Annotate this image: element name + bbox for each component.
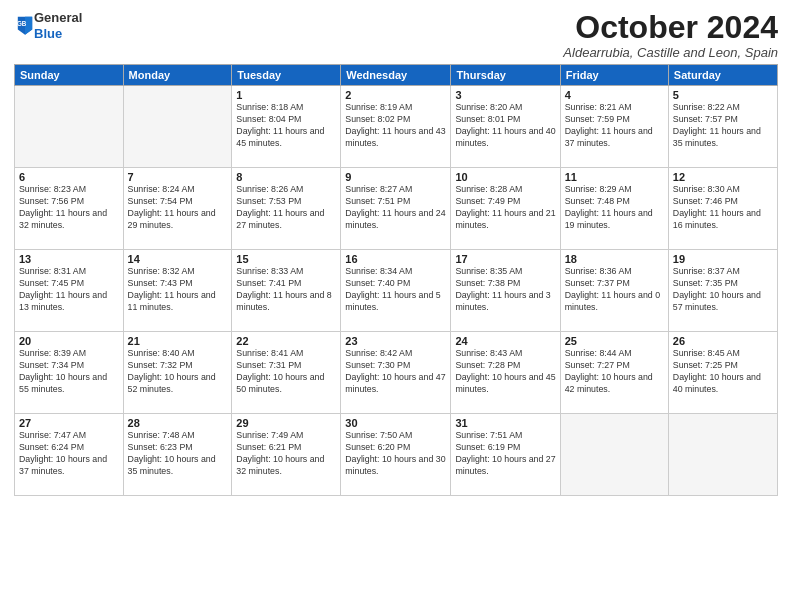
day-info: Sunrise: 8:37 AM Sunset: 7:35 PM Dayligh… — [673, 266, 773, 314]
calendar-cell: 7Sunrise: 8:24 AM Sunset: 7:54 PM Daylig… — [123, 168, 232, 250]
day-info: Sunrise: 8:28 AM Sunset: 7:49 PM Dayligh… — [455, 184, 555, 232]
calendar-cell: 3Sunrise: 8:20 AM Sunset: 8:01 PM Daylig… — [451, 86, 560, 168]
day-number: 14 — [128, 253, 228, 265]
calendar-cell: 13Sunrise: 8:31 AM Sunset: 7:45 PM Dayli… — [15, 250, 124, 332]
calendar-cell: 25Sunrise: 8:44 AM Sunset: 7:27 PM Dayli… — [560, 332, 668, 414]
calendar-cell — [668, 414, 777, 496]
calendar-cell: 11Sunrise: 8:29 AM Sunset: 7:48 PM Dayli… — [560, 168, 668, 250]
day-info: Sunrise: 7:51 AM Sunset: 6:19 PM Dayligh… — [455, 430, 555, 478]
day-info: Sunrise: 8:34 AM Sunset: 7:40 PM Dayligh… — [345, 266, 446, 314]
calendar-week-4: 20Sunrise: 8:39 AM Sunset: 7:34 PM Dayli… — [15, 332, 778, 414]
calendar-cell — [15, 86, 124, 168]
calendar-cell: 10Sunrise: 8:28 AM Sunset: 7:49 PM Dayli… — [451, 168, 560, 250]
day-info: Sunrise: 8:42 AM Sunset: 7:30 PM Dayligh… — [345, 348, 446, 396]
header-row: Sunday Monday Tuesday Wednesday Thursday… — [15, 65, 778, 86]
day-info: Sunrise: 8:29 AM Sunset: 7:48 PM Dayligh… — [565, 184, 664, 232]
day-info: Sunrise: 8:27 AM Sunset: 7:51 PM Dayligh… — [345, 184, 446, 232]
calendar-cell: 2Sunrise: 8:19 AM Sunset: 8:02 PM Daylig… — [341, 86, 451, 168]
calendar-cell: 22Sunrise: 8:41 AM Sunset: 7:31 PM Dayli… — [232, 332, 341, 414]
calendar-cell: 5Sunrise: 8:22 AM Sunset: 7:57 PM Daylig… — [668, 86, 777, 168]
day-number: 8 — [236, 171, 336, 183]
calendar-cell: 15Sunrise: 8:33 AM Sunset: 7:41 PM Dayli… — [232, 250, 341, 332]
day-number: 30 — [345, 417, 446, 429]
calendar-cell: 23Sunrise: 8:42 AM Sunset: 7:30 PM Dayli… — [341, 332, 451, 414]
day-info: Sunrise: 8:33 AM Sunset: 7:41 PM Dayligh… — [236, 266, 336, 314]
calendar-cell: 8Sunrise: 8:26 AM Sunset: 7:53 PM Daylig… — [232, 168, 341, 250]
page: GB General Blue October 2024 Aldearrubia… — [0, 0, 792, 612]
day-number: 28 — [128, 417, 228, 429]
day-number: 16 — [345, 253, 446, 265]
day-number: 25 — [565, 335, 664, 347]
day-info: Sunrise: 8:43 AM Sunset: 7:28 PM Dayligh… — [455, 348, 555, 396]
day-info: Sunrise: 8:40 AM Sunset: 7:32 PM Dayligh… — [128, 348, 228, 396]
day-number: 31 — [455, 417, 555, 429]
calendar-cell: 4Sunrise: 8:21 AM Sunset: 7:59 PM Daylig… — [560, 86, 668, 168]
calendar-cell: 29Sunrise: 7:49 AM Sunset: 6:21 PM Dayli… — [232, 414, 341, 496]
title-area: October 2024 Aldearrubia, Castille and L… — [563, 10, 778, 60]
day-info: Sunrise: 7:50 AM Sunset: 6:20 PM Dayligh… — [345, 430, 446, 478]
day-number: 27 — [19, 417, 119, 429]
calendar-cell — [123, 86, 232, 168]
logo: GB General Blue — [14, 10, 82, 41]
day-number: 18 — [565, 253, 664, 265]
day-number: 3 — [455, 89, 555, 101]
day-number: 23 — [345, 335, 446, 347]
logo-blue: Blue — [34, 26, 62, 41]
day-number: 20 — [19, 335, 119, 347]
day-info: Sunrise: 8:44 AM Sunset: 7:27 PM Dayligh… — [565, 348, 664, 396]
day-info: Sunrise: 8:30 AM Sunset: 7:46 PM Dayligh… — [673, 184, 773, 232]
calendar-table: Sunday Monday Tuesday Wednesday Thursday… — [14, 64, 778, 496]
logo-general: General — [34, 10, 82, 25]
day-number: 24 — [455, 335, 555, 347]
day-number: 6 — [19, 171, 119, 183]
day-info: Sunrise: 8:22 AM Sunset: 7:57 PM Dayligh… — [673, 102, 773, 150]
day-number: 4 — [565, 89, 664, 101]
day-number: 9 — [345, 171, 446, 183]
day-info: Sunrise: 7:49 AM Sunset: 6:21 PM Dayligh… — [236, 430, 336, 478]
calendar-cell: 17Sunrise: 8:35 AM Sunset: 7:38 PM Dayli… — [451, 250, 560, 332]
calendar-cell: 28Sunrise: 7:48 AM Sunset: 6:23 PM Dayli… — [123, 414, 232, 496]
calendar-week-3: 13Sunrise: 8:31 AM Sunset: 7:45 PM Dayli… — [15, 250, 778, 332]
logo-text: General Blue — [34, 10, 82, 41]
day-info: Sunrise: 8:45 AM Sunset: 7:25 PM Dayligh… — [673, 348, 773, 396]
day-number: 22 — [236, 335, 336, 347]
day-number: 17 — [455, 253, 555, 265]
day-info: Sunrise: 7:48 AM Sunset: 6:23 PM Dayligh… — [128, 430, 228, 478]
day-number: 7 — [128, 171, 228, 183]
calendar-header: Sunday Monday Tuesday Wednesday Thursday… — [15, 65, 778, 86]
header-saturday: Saturday — [668, 65, 777, 86]
day-info: Sunrise: 8:18 AM Sunset: 8:04 PM Dayligh… — [236, 102, 336, 150]
day-info: Sunrise: 8:20 AM Sunset: 8:01 PM Dayligh… — [455, 102, 555, 150]
svg-text:GB: GB — [17, 19, 27, 26]
day-number: 1 — [236, 89, 336, 101]
day-info: Sunrise: 8:26 AM Sunset: 7:53 PM Dayligh… — [236, 184, 336, 232]
day-info: Sunrise: 8:35 AM Sunset: 7:38 PM Dayligh… — [455, 266, 555, 314]
calendar-week-2: 6Sunrise: 8:23 AM Sunset: 7:56 PM Daylig… — [15, 168, 778, 250]
calendar-cell: 14Sunrise: 8:32 AM Sunset: 7:43 PM Dayli… — [123, 250, 232, 332]
day-number: 15 — [236, 253, 336, 265]
calendar-cell: 31Sunrise: 7:51 AM Sunset: 6:19 PM Dayli… — [451, 414, 560, 496]
location: Aldearrubia, Castille and Leon, Spain — [563, 45, 778, 60]
day-info: Sunrise: 8:24 AM Sunset: 7:54 PM Dayligh… — [128, 184, 228, 232]
day-number: 19 — [673, 253, 773, 265]
day-info: Sunrise: 8:32 AM Sunset: 7:43 PM Dayligh… — [128, 266, 228, 314]
calendar-cell: 6Sunrise: 8:23 AM Sunset: 7:56 PM Daylig… — [15, 168, 124, 250]
calendar-cell: 9Sunrise: 8:27 AM Sunset: 7:51 PM Daylig… — [341, 168, 451, 250]
day-info: Sunrise: 8:19 AM Sunset: 8:02 PM Dayligh… — [345, 102, 446, 150]
calendar-cell: 30Sunrise: 7:50 AM Sunset: 6:20 PM Dayli… — [341, 414, 451, 496]
calendar-cell — [560, 414, 668, 496]
header-tuesday: Tuesday — [232, 65, 341, 86]
day-info: Sunrise: 8:39 AM Sunset: 7:34 PM Dayligh… — [19, 348, 119, 396]
header-wednesday: Wednesday — [341, 65, 451, 86]
header-friday: Friday — [560, 65, 668, 86]
header-sunday: Sunday — [15, 65, 124, 86]
day-info: Sunrise: 8:21 AM Sunset: 7:59 PM Dayligh… — [565, 102, 664, 150]
calendar-week-5: 27Sunrise: 7:47 AM Sunset: 6:24 PM Dayli… — [15, 414, 778, 496]
calendar-cell: 27Sunrise: 7:47 AM Sunset: 6:24 PM Dayli… — [15, 414, 124, 496]
day-number: 26 — [673, 335, 773, 347]
header-thursday: Thursday — [451, 65, 560, 86]
calendar-body: 1Sunrise: 8:18 AM Sunset: 8:04 PM Daylig… — [15, 86, 778, 496]
header-monday: Monday — [123, 65, 232, 86]
calendar-cell: 21Sunrise: 8:40 AM Sunset: 7:32 PM Dayli… — [123, 332, 232, 414]
day-number: 5 — [673, 89, 773, 101]
